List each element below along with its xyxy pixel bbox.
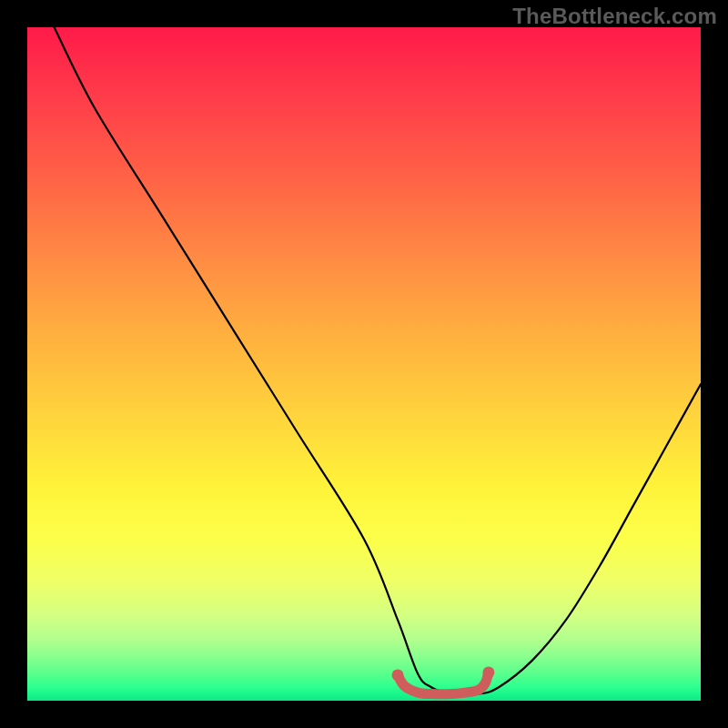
watermark-text: TheBottleneck.com (512, 4, 717, 29)
sweet-spot-marker-line (398, 672, 489, 694)
chart-container: TheBottleneck.com (0, 0, 728, 728)
chart-svg (27, 27, 701, 701)
sweet-spot-start-dot (392, 669, 404, 681)
plot-area (27, 27, 701, 701)
bottleneck-curve-line (55, 27, 701, 695)
sweet-spot-end-dot (482, 666, 494, 678)
